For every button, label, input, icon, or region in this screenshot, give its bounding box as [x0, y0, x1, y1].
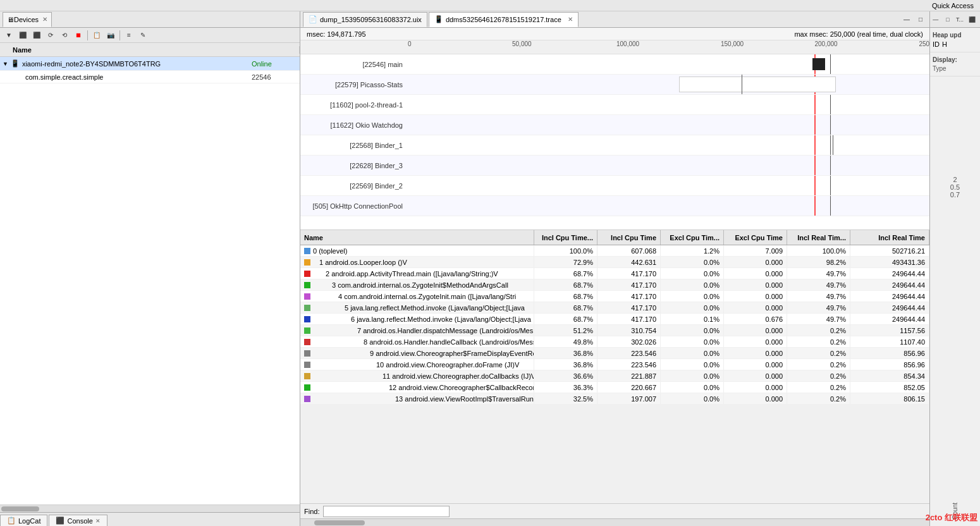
app-name: com.simple.creact.simple	[25, 73, 103, 81]
app-row[interactable]: com.simple.creact.simple 22546	[0, 71, 300, 83]
timeline-content-picasso[interactable]	[408, 75, 929, 94]
devices-column-header: Name	[0, 43, 300, 57]
timeline-content-okhttp[interactable]	[408, 196, 929, 216]
td-excl-cpu: 0.000	[724, 359, 787, 370]
trace-tab-controls: — □	[900, 13, 929, 26]
logcat-tab[interactable]: 📋 LogCat	[0, 515, 47, 526]
heap-update-label: Heap upd	[933, 32, 977, 39]
table-row[interactable]: 2 android.app.ActivityThread.main ([Ljav…	[300, 268, 929, 279]
far-right-min[interactable]: —	[930, 13, 941, 26]
toolbar-btn-arrow[interactable]: ▼	[3, 29, 15, 42]
timeline-content-okio[interactable]	[408, 115, 929, 135]
table-row[interactable]: 11 android.view.Choreographer.doCallback…	[300, 370, 929, 382]
display-section: Display: Type	[930, 52, 980, 76]
far-right-max[interactable]: □	[942, 13, 953, 26]
logcat-icon: 📋	[7, 517, 16, 525]
far-right-icon[interactable]: T...	[955, 13, 965, 26]
td-incl-cpu-pct: 49.8%	[534, 336, 597, 347]
td-name: 3 com.android.internal.os.ZygoteInit$Met…	[300, 279, 534, 290]
timeline-bar-picasso	[679, 76, 836, 92]
far-right-tab: — □ T... ⬛	[930, 11, 980, 28]
timeline-row-main: [22546] main	[300, 54, 929, 75]
trace-tab-bar: 📄 dump_153950956316083372.uix 📱 ddms5325…	[300, 11, 929, 28]
devices-scrollbar-thumb[interactable]	[1, 506, 39, 511]
table-row[interactable]: 9 android.view.Choreographer$FrameDispla…	[300, 348, 929, 359]
table-row[interactable]: 13 android.view.ViewRootImpl$TraversalRu…	[300, 393, 929, 405]
timeline-row-binder1: [22568] Binder_1	[300, 135, 929, 156]
table-scrollbar-h[interactable]	[300, 518, 929, 526]
toolbar-btn-start-debug[interactable]: ⬛	[16, 29, 29, 42]
toolbar-btn-camera[interactable]: 📷	[104, 29, 117, 42]
devices-tab[interactable]: 🖥 Devices ✕	[3, 12, 52, 27]
trace-tab-uix[interactable]: 📄 dump_153950956316083372.uix	[303, 12, 427, 27]
toolbar-btn-menu[interactable]: ≡	[123, 29, 135, 42]
td-incl-cpu: 223.546	[597, 348, 661, 358]
devices-tab-close[interactable]: ✕	[42, 16, 47, 23]
table-row[interactable]: 4 com.android.internal.os.ZygoteInit.mai…	[300, 291, 929, 302]
devices-tab-label: Devices	[14, 16, 39, 23]
trace-tab-min[interactable]: —	[900, 13, 913, 26]
device-icon: 📱	[11, 59, 20, 68]
timeline-content-binder1[interactable]	[408, 135, 929, 155]
table-row[interactable]: 5 java.lang.reflect.Method.invoke (Ljava…	[300, 302, 929, 314]
timeline-content-binder3[interactable]	[408, 156, 929, 175]
td-incl-cpu-pct: 100.0%	[534, 245, 597, 256]
td-name: 7 android.os.Handler.dispatchMessage (La…	[300, 325, 534, 336]
toolbar-btn-stop[interactable]: ⬛	[30, 29, 43, 42]
far-right-close[interactable]: ⬛	[967, 13, 977, 26]
timeline-redline-pool	[814, 95, 816, 114]
table-row[interactable]: 10 android.view.Choreographer.doFrame (J…	[300, 359, 929, 370]
table-row[interactable]: 1 android.os.Looper.loop ()V 72.9% 442.6…	[300, 257, 929, 268]
find-input[interactable]	[323, 506, 450, 517]
console-tab[interactable]: ⬛ Console ✕	[49, 515, 107, 526]
table-row[interactable]: 7 android.os.Handler.dispatchMessage (La…	[300, 325, 929, 336]
toolbar-btn-refresh2[interactable]: ⟲	[58, 29, 71, 42]
toolbar-btn-stop-red[interactable]: ⏹	[72, 29, 85, 42]
timeline-content-main[interactable]	[408, 54, 929, 74]
toolbar-btn-reset[interactable]: ⟳	[44, 29, 57, 42]
scale-200k: 200,000	[815, 40, 838, 47]
trace-tab-close[interactable]: ✕	[568, 16, 573, 23]
td-name: 10 android.view.Choreographer.doFrame (J…	[300, 359, 534, 370]
td-incl-real: 854.34	[850, 370, 929, 381]
table-row[interactable]: 3 com.android.internal.os.ZygoteInit$Met…	[300, 279, 929, 291]
timeline-content-binder2[interactable]	[408, 176, 929, 195]
logcat-label: LogCat	[18, 517, 40, 525]
timeline-label-binder1: [22568] Binder_1	[300, 142, 408, 149]
td-excl-cpu-pct: 0.1%	[661, 314, 724, 324]
trace-tab-trace[interactable]: 📱 ddms532564612678151519217.trace ✕	[429, 12, 579, 27]
trace-tab-max[interactable]: □	[914, 13, 927, 26]
toolbar-btn-screenshot[interactable]: 📋	[90, 29, 103, 42]
table-scrollbar-thumb[interactable]	[314, 520, 365, 525]
table-row[interactable]: 6 java.lang.reflect.Method.invoke (Ljava…	[300, 314, 929, 325]
device-row[interactable]: ▼ 📱 xiaomi-redmi_note2-BY4SDMMBTO6T4TRG …	[0, 57, 300, 71]
td-incl-cpu: 607.068	[597, 245, 661, 256]
timeline-row-binder2: [22569] Binder_2	[300, 176, 929, 196]
toolbar-btn-edit[interactable]: ✎	[137, 29, 149, 42]
td-incl-real-pct: 0.2%	[787, 393, 850, 404]
th-excl-cpu: Excl Cpu Time	[724, 230, 787, 245]
td-incl-real-pct: 98.2%	[787, 257, 850, 267]
td-incl-cpu: 417.170	[597, 268, 661, 279]
msec-label: msec: 194,871.795	[307, 30, 366, 38]
td-incl-real-pct: 0.2%	[787, 359, 850, 370]
td-incl-cpu-pct: 36.3%	[534, 382, 597, 393]
table-row[interactable]: 8 android.os.Handler.handleCallback (Lan…	[300, 336, 929, 348]
td-excl-cpu-pct: 0.0%	[661, 348, 724, 358]
td-excl-cpu: 0.000	[724, 382, 787, 393]
timeline-label-binder2: [22569] Binder_2	[300, 182, 408, 190]
devices-tab-icon: 🖥	[7, 16, 14, 23]
devices-scrollbar-h[interactable]	[0, 505, 300, 512]
timeline-label-binder3: [22628] Binder_3	[300, 162, 408, 169]
td-incl-real-pct: 0.2%	[787, 348, 850, 358]
table-row[interactable]: 12 android.view.Choreographer$CallbackRe…	[300, 382, 929, 393]
td-excl-cpu-pct: 0.0%	[661, 393, 724, 404]
td-incl-cpu-pct: 72.9%	[534, 257, 597, 267]
timeline-content-pool[interactable]	[408, 95, 929, 114]
far-right-panel: — □ T... ⬛ Heap upd ID H Display: Type 2…	[929, 11, 980, 526]
expand-icon[interactable]: ▼	[3, 61, 8, 67]
table-row[interactable]: 0 (toplevel) 100.0% 607.068 1.2% 7.009 1…	[300, 245, 929, 257]
console-close[interactable]: ✕	[95, 518, 101, 524]
td-incl-real-pct: 49.7%	[787, 279, 850, 290]
td-name: 9 android.view.Choreographer$FrameDispla…	[300, 348, 534, 358]
